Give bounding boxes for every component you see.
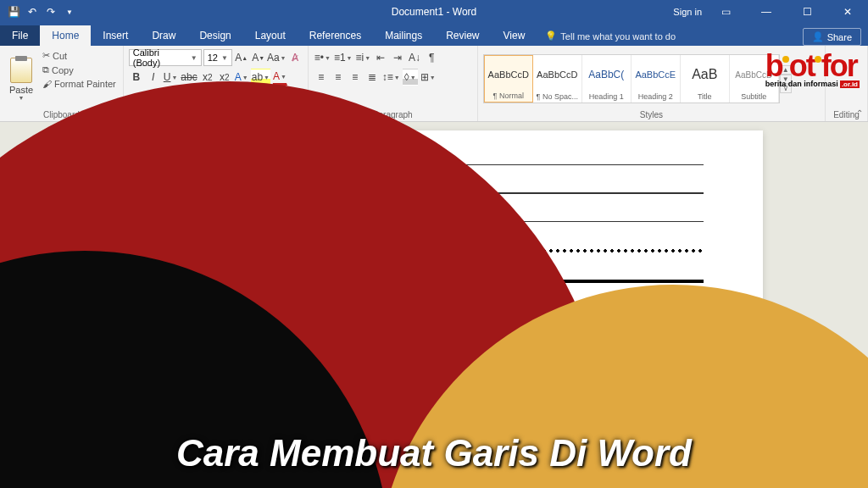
share-icon: 👤: [812, 31, 824, 42]
style-preview: AaBbCcD: [537, 57, 577, 92]
document-title: Document1 - Word: [392, 6, 476, 18]
clear-formatting-button[interactable]: A̷: [287, 49, 303, 66]
logo-sub-text: berita dan informasi: [765, 80, 838, 88]
qat-dropdown-icon[interactable]: ▼: [61, 3, 78, 20]
copy-label: Copy: [52, 65, 74, 75]
style-name: Title: [698, 92, 712, 101]
tab-design[interactable]: Design: [187, 25, 242, 46]
align-left-button[interactable]: ≡: [314, 69, 329, 86]
style-item-heading-1[interactable]: AaBbC(Heading 1: [582, 55, 632, 103]
collapse-ribbon-icon[interactable]: ⌃: [856, 108, 863, 118]
sort-button[interactable]: A↓: [407, 49, 422, 66]
line-spacing-button[interactable]: ↕≡▼: [381, 69, 401, 86]
decrease-indent-button[interactable]: ⇤: [373, 49, 388, 66]
align-right-button[interactable]: ≡: [348, 69, 363, 86]
copy-icon: ⧉: [42, 64, 49, 75]
paste-label: Paste: [9, 85, 33, 95]
redo-icon[interactable]: ↷: [42, 3, 59, 20]
font-size-value: 12: [208, 53, 218, 63]
share-label: Share: [827, 32, 852, 42]
tab-mailings[interactable]: Mailings: [373, 25, 434, 46]
show-marks-button[interactable]: ¶: [424, 49, 439, 66]
paste-button[interactable]: Paste ▼: [5, 49, 37, 108]
close-icon[interactable]: ✕: [831, 0, 865, 24]
scissors-icon: ✂: [42, 50, 50, 61]
style-item---normal[interactable]: AaBbCcD¶ Normal: [484, 55, 533, 103]
style-item-heading-2[interactable]: AaBbCcEHeading 2: [632, 55, 681, 103]
multilevel-list-button[interactable]: ≡i▼: [355, 49, 372, 66]
style-gallery: AaBbCcD¶ NormalAaBbCcD¶ No Spac...AaBbC(…: [483, 54, 780, 103]
underline-button[interactable]: U▼: [163, 69, 179, 86]
paste-icon: [10, 58, 32, 83]
style-name: ¶ Normal: [493, 92, 524, 100]
style-item---no-spac---[interactable]: AaBbCcD¶ No Spac...: [533, 55, 582, 103]
maximize-icon[interactable]: ☐: [790, 0, 824, 24]
sign-in-link[interactable]: Sign in: [673, 7, 702, 17]
tab-view[interactable]: View: [492, 25, 537, 46]
quick-access-toolbar: 💾 ↶ ↷ ▼: [0, 3, 83, 20]
borders-button[interactable]: ⊞▼: [420, 69, 437, 86]
tell-me-label: Tell me what you want to do: [560, 31, 676, 42]
bullets-button[interactable]: ≡•▼: [314, 49, 331, 66]
cut-button[interactable]: ✂Cut: [41, 49, 118, 62]
logo-tagline: berita dan informasi.or.id: [765, 80, 860, 88]
cut-label: Cut: [53, 51, 67, 61]
format-painter-label: Format Painter: [54, 79, 116, 89]
title-bar: 💾 ↶ ↷ ▼ Document1 - Word Sign in ▭ — ☐ ✕: [0, 0, 868, 24]
tab-insert[interactable]: Insert: [91, 25, 140, 46]
style-name: Heading 1: [589, 92, 624, 101]
font-name-value: Calibri (Body): [133, 47, 187, 68]
font-size-combo[interactable]: 12▼: [203, 49, 232, 66]
italic-button[interactable]: I: [146, 69, 161, 86]
tab-review[interactable]: Review: [434, 25, 491, 46]
style-preview: AaBbCcE: [635, 57, 676, 92]
group-label-styles: Styles: [483, 108, 820, 119]
tab-layout[interactable]: Layout: [243, 25, 298, 46]
tab-file[interactable]: File: [0, 25, 40, 46]
change-case-button[interactable]: Aa▼: [268, 49, 286, 66]
tab-home[interactable]: Home: [40, 25, 91, 46]
biotifor-logo: botfor berita dan informasi.or.id: [765, 53, 860, 88]
tell-me-search[interactable]: 💡Tell me what you want to do: [537, 26, 684, 46]
style-item-title[interactable]: AaBTitle: [681, 55, 730, 103]
format-painter-button[interactable]: 🖌Format Painter: [41, 78, 118, 90]
grow-font-button[interactable]: A▲: [234, 49, 249, 66]
minimize-icon[interactable]: —: [749, 0, 783, 24]
save-icon[interactable]: 💾: [5, 3, 22, 20]
bulb-icon: 💡: [545, 30, 557, 42]
share-button[interactable]: 👤Share: [803, 28, 861, 46]
ribbon-tabs: File Home Insert Draw Design Layout Refe…: [0, 24, 868, 46]
font-name-combo[interactable]: Calibri (Body)▼: [129, 49, 202, 66]
bold-button[interactable]: B: [129, 69, 144, 86]
overlay-title: Cara Membuat Garis Di Word: [0, 432, 868, 474]
tab-references[interactable]: References: [298, 25, 373, 46]
numbering-button[interactable]: ≡1▼: [333, 49, 353, 66]
ribbon-display-icon[interactable]: ▭: [709, 0, 743, 24]
logo-text: botfor: [765, 53, 860, 80]
style-preview: AaB: [692, 57, 717, 92]
undo-icon[interactable]: ↶: [24, 3, 41, 20]
shading-button[interactable]: ◊▼: [403, 69, 418, 86]
tab-draw[interactable]: Draw: [140, 25, 187, 46]
logo-orid: .or.id: [840, 80, 860, 88]
justify-button[interactable]: ≣: [364, 69, 380, 86]
align-center-button[interactable]: ≡: [331, 69, 346, 86]
style-preview: AaBbC(: [588, 57, 624, 92]
copy-button[interactable]: ⧉Copy: [41, 64, 118, 76]
font-color-button[interactable]: A▼: [272, 69, 287, 86]
increase-indent-button[interactable]: ⇥: [390, 49, 405, 66]
shrink-font-button[interactable]: A▼: [251, 49, 266, 66]
style-preview: AaBbCcD: [488, 58, 529, 92]
style-name: Subtitle: [741, 92, 766, 101]
style-name: ¶ No Spac...: [537, 92, 578, 101]
style-name: Heading 2: [638, 92, 673, 101]
brush-icon: 🖌: [42, 79, 52, 89]
